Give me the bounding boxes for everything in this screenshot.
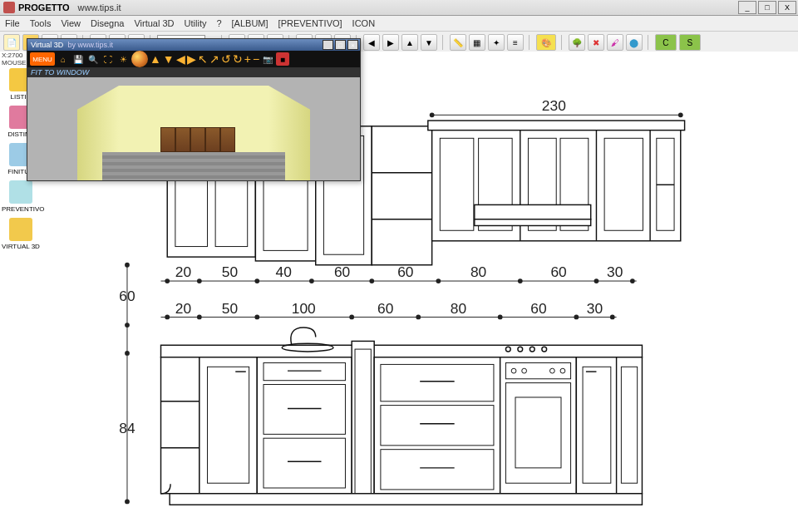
- v3d-menu-button[interactable]: MENU: [30, 52, 55, 66]
- v3d-zoom-button[interactable]: 🔍: [86, 52, 100, 66]
- titlebar: PROGETTO www.tips.it _ □ X: [0, 0, 798, 16]
- snap-button[interactable]: ✦: [488, 34, 505, 51]
- v3d-status: FIT TO WINDOW: [27, 67, 360, 77]
- svg-point-53: [610, 315, 615, 320]
- menu-help[interactable]: ?: [216, 18, 221, 28]
- svg-point-63: [125, 323, 130, 328]
- app-icon: [3, 2, 15, 13]
- v3d-diag2-button[interactable]: ↗: [209, 52, 219, 66]
- svg-text:60: 60: [119, 288, 135, 304]
- v3d-rotr-button[interactable]: ↻: [233, 52, 243, 66]
- pan-right-button[interactable]: ▶: [382, 34, 399, 51]
- svg-point-32: [369, 278, 374, 283]
- v3d-zoomout-button[interactable]: −: [253, 52, 259, 66]
- svg-rect-25: [475, 219, 591, 226]
- settings-button[interactable]: S: [679, 34, 701, 51]
- preventivo-icon: [9, 180, 32, 204]
- svg-point-46: [165, 315, 170, 320]
- svg-rect-96: [500, 357, 577, 494]
- v3d-close-button[interactable]: ×: [347, 40, 358, 50]
- svg-point-35: [594, 278, 599, 283]
- window-minimize-button[interactable]: _: [738, 1, 756, 14]
- v3d-fullscreen-button[interactable]: ⛶: [101, 52, 115, 66]
- svg-point-48: [254, 315, 259, 320]
- v3d-save-button[interactable]: 💾: [71, 52, 85, 66]
- tree-view-button[interactable]: 🌳: [569, 34, 585, 51]
- svg-point-52: [574, 315, 579, 320]
- menu-utility[interactable]: Utility: [185, 18, 207, 28]
- v3d-down-button[interactable]: ▼: [163, 52, 175, 66]
- v3d-zoomin-button[interactable]: +: [244, 52, 251, 66]
- svg-text:84: 84: [119, 420, 135, 436]
- svg-text:60: 60: [530, 300, 546, 317]
- svg-text:40: 40: [275, 264, 291, 280]
- svg-point-64: [125, 351, 130, 356]
- svg-text:20: 20: [175, 264, 191, 280]
- dim-230: 230: [542, 97, 566, 114]
- svg-point-31: [309, 278, 314, 283]
- v3d-viewport[interactable]: [27, 77, 360, 180]
- svg-point-2: [678, 112, 683, 117]
- svg-point-62: [125, 263, 130, 268]
- delete-button[interactable]: ✖: [588, 34, 604, 51]
- pan-up-button[interactable]: ▲: [401, 34, 418, 51]
- menu-virtual3d[interactable]: Virtual 3D: [134, 18, 174, 28]
- render-button[interactable]: ⬤: [626, 34, 643, 51]
- menu-disegna[interactable]: Disegna: [91, 18, 124, 28]
- menu-icon[interactable]: ICON: [352, 18, 376, 28]
- v3d-light-button[interactable]: ☀: [116, 52, 130, 66]
- window-maximize-button[interactable]: □: [758, 1, 776, 14]
- svg-point-49: [349, 315, 354, 320]
- svg-rect-109: [170, 494, 642, 505]
- svg-rect-80: [257, 357, 352, 494]
- v3d-up-button[interactable]: ▲: [150, 52, 161, 66]
- menubar: File Tools View Disegna Virtual 3D Utili…: [0, 16, 798, 32]
- v3d-left-button[interactable]: ◀: [176, 52, 185, 66]
- catalog-button[interactable]: C: [655, 34, 677, 51]
- window-close-button[interactable]: X: [778, 1, 796, 14]
- paint-button[interactable]: 🖌: [607, 34, 623, 51]
- svg-text:100: 100: [292, 300, 316, 317]
- svg-text:80: 80: [451, 300, 466, 317]
- virtual3d-toolbar: MENU ⌂ 💾 🔍 ⛶ ☀ ▲ ▼ ◀ ▶ ↖ ↗ ↺ ↻ + − 📷 ■: [27, 51, 360, 67]
- pan-down-button[interactable]: ▼: [421, 34, 437, 51]
- new-file-button[interactable]: 📄: [3, 34, 20, 51]
- pan-left-button[interactable]: ◀: [363, 34, 380, 51]
- v3d-min-button[interactable]: _: [323, 40, 333, 50]
- menu-file[interactable]: File: [5, 18, 20, 28]
- sidebar-item-virtual3d[interactable]: VIRTUAL 3D: [2, 218, 40, 250]
- v3d-orbit-button[interactable]: [131, 51, 148, 67]
- v3d-stop-button[interactable]: ■: [276, 52, 289, 66]
- sidebar-item-preventivo[interactable]: PREVENTIVO: [2, 180, 40, 213]
- v3d-right-button[interactable]: ▶: [187, 52, 196, 66]
- workspace: X:2700MOUSE LISTIN DISTINT FINITUR PREVE…: [0, 52, 798, 532]
- virtual3d-titlebar[interactable]: Virtual 3D by www.tips.it _ □ ×: [27, 39, 360, 51]
- svg-point-47: [197, 315, 202, 320]
- measure-button[interactable]: 📏: [450, 34, 466, 51]
- svg-rect-10: [372, 126, 431, 265]
- menu-view[interactable]: View: [61, 18, 81, 28]
- svg-text:60: 60: [334, 264, 350, 280]
- menu-tools[interactable]: Tools: [30, 18, 52, 28]
- svg-point-29: [197, 278, 202, 283]
- svg-rect-104: [576, 357, 642, 494]
- v3d-home-button[interactable]: ⌂: [57, 52, 70, 66]
- app-title: PROGETTO: [18, 2, 70, 12]
- virtual3d-window[interactable]: Virtual 3D by www.tips.it _ □ × MENU ⌂ 💾…: [27, 38, 361, 181]
- app-url: www.tips.it: [78, 2, 121, 12]
- svg-point-34: [518, 278, 523, 283]
- v3d-kitchen-model: [160, 127, 235, 152]
- svg-point-51: [498, 315, 503, 320]
- svg-text:60: 60: [377, 300, 393, 317]
- menu-album[interactable]: [ALBUM]: [232, 18, 268, 28]
- layer-button[interactable]: ≡: [507, 34, 524, 51]
- v3d-rotl-button[interactable]: ↺: [221, 52, 231, 66]
- v3d-camera-button[interactable]: 📷: [261, 52, 274, 66]
- svg-text:80: 80: [470, 264, 486, 280]
- v3d-max-button[interactable]: □: [335, 40, 346, 50]
- svg-point-30: [254, 278, 259, 283]
- grid-button[interactable]: ▦: [469, 34, 485, 51]
- menu-preventivo[interactable]: [PREVENTIVO]: [278, 18, 342, 28]
- color-button[interactable]: 🎨: [536, 34, 556, 51]
- v3d-diag1-button[interactable]: ↖: [198, 52, 208, 66]
